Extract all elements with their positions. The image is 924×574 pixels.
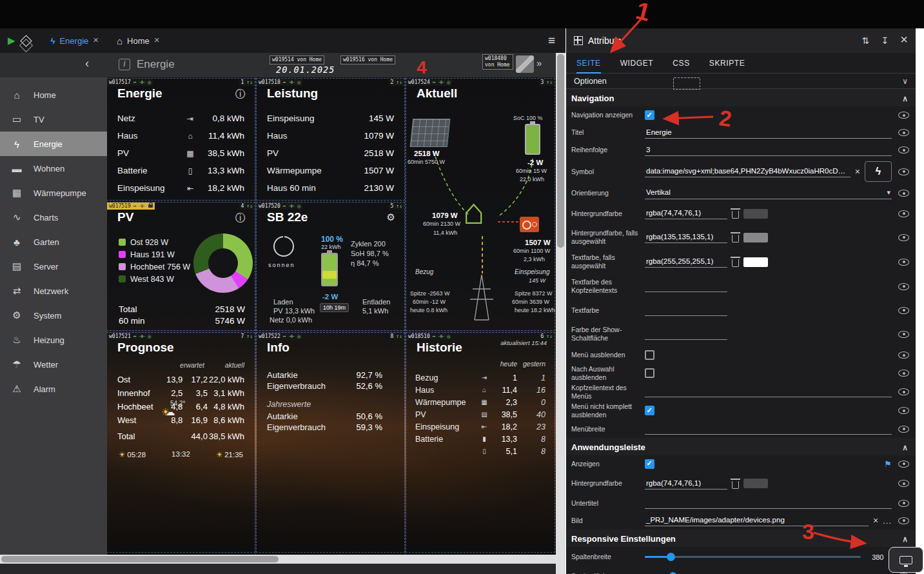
- close-tab-icon[interactable]: [154, 36, 160, 45]
- sidebar-item-waermepumpe[interactable]: Wärmepumpe: [0, 181, 107, 205]
- collapse-nav-icon[interactable]: [85, 57, 89, 70]
- color-input[interactable]: rgba(255,255,255,1): [645, 256, 727, 268]
- info-icon[interactable]: [235, 212, 246, 225]
- menubreite-input[interactable]: [645, 424, 892, 435]
- sidebar-item-charts[interactable]: Charts: [0, 205, 107, 230]
- sidebar-item-tv[interactable]: TV: [0, 107, 107, 132]
- visibility-icon[interactable]: [898, 407, 909, 414]
- scrollbar-thumb[interactable]: [1, 556, 279, 562]
- section-anwendungsleiste[interactable]: Anwendungsleiste: [566, 438, 916, 455]
- section-responsive[interactable]: Responsive Einstellungen: [566, 529, 916, 547]
- sidebar-item-wohnen[interactable]: Wohnen: [0, 156, 107, 181]
- widget-energie[interactable]: w017517 1 Energie Netz0,8 kWh Haus11,4 k…: [107, 79, 255, 200]
- color-input[interactable]: [645, 305, 727, 316]
- widget-order-chip[interactable]: 6: [539, 333, 555, 340]
- vertical-scrollbar[interactable]: [556, 53, 565, 574]
- visibility-icon[interactable]: [898, 112, 909, 119]
- visibility-icon[interactable]: [898, 307, 909, 314]
- visibility-icon[interactable]: [898, 480, 909, 487]
- widget-historie[interactable]: w018510 6 Historie aktualisiert 15:44 he…: [406, 333, 555, 552]
- visibility-icon[interactable]: [898, 168, 909, 175]
- visibility-icon[interactable]: [898, 370, 909, 377]
- widget-id-chip[interactable]: w017521: [107, 333, 153, 340]
- sidebar-item-heizung[interactable]: Heizung: [0, 328, 107, 352]
- anzeigen-checkbox[interactable]: [645, 459, 654, 469]
- close-icon[interactable]: [900, 35, 908, 46]
- tab-seite[interactable]: SEITE: [576, 53, 601, 74]
- expand-icon[interactable]: [536, 57, 542, 68]
- color-swatch[interactable]: [743, 257, 768, 267]
- scrollbar-thumb[interactable]: [557, 54, 564, 248]
- widget-id-chip[interactable]: w017517: [107, 79, 153, 86]
- visibility-icon[interactable]: [898, 517, 909, 524]
- sidebar-item-wetter[interactable]: Wetter: [0, 352, 107, 377]
- trash-icon[interactable]: [732, 211, 739, 219]
- visibility-icon[interactable]: [898, 388, 909, 395]
- dock-icon[interactable]: [881, 35, 889, 46]
- widget-order-chip[interactable]: 3: [539, 79, 555, 86]
- visibility-icon[interactable]: [898, 259, 909, 266]
- slider-thumb[interactable]: [667, 553, 675, 561]
- visibility-icon[interactable]: [898, 500, 909, 507]
- sidebar-item-server[interactable]: Server: [0, 254, 107, 279]
- info-icon[interactable]: [235, 88, 246, 101]
- visibility-icon[interactable]: [898, 283, 909, 290]
- tab-widget[interactable]: WIDGET: [620, 53, 654, 74]
- dashboard-canvas[interactable]: w017517 1 Energie Netz0,8 kWh Haus11,4 k…: [107, 77, 556, 555]
- orientierung-select[interactable]: Vertikal: [645, 187, 892, 199]
- preview-button[interactable]: [889, 547, 923, 573]
- gear-icon[interactable]: [387, 212, 395, 223]
- widget-id-chip[interactable]: w019516 von Home: [340, 55, 395, 64]
- section-navigation[interactable]: Navigation: [566, 89, 916, 106]
- visibility-icon[interactable]: [898, 426, 909, 433]
- widget-order-chip[interactable]: 7: [239, 333, 255, 340]
- widget-id-chip[interactable]: w017518: [257, 79, 302, 86]
- menu-nicht-komplett-checkbox[interactable]: [645, 406, 654, 415]
- widget-id-chip[interactable]: w017522: [257, 333, 302, 340]
- color-swatch[interactable]: [743, 209, 768, 219]
- info-icon[interactable]: i: [119, 59, 130, 70]
- widget-id-chip[interactable]: w018510: [406, 333, 452, 340]
- tab-css[interactable]: CSS: [673, 53, 689, 74]
- widget-id-chip[interactable]: w017520: [257, 203, 302, 210]
- widget-id-chip[interactable]: w017524: [406, 79, 452, 86]
- sidebar-item-home[interactable]: Home: [0, 83, 107, 107]
- tab-home[interactable]: Home: [108, 28, 169, 53]
- visibility-icon[interactable]: [898, 210, 909, 217]
- sidebar-item-system[interactable]: System: [0, 303, 107, 328]
- untertitel-input[interactable]: [645, 498, 892, 509]
- trash-icon[interactable]: [732, 235, 739, 242]
- widget-id-chip[interactable]: w018480 von Home: [482, 54, 513, 70]
- visibility-icon[interactable]: [898, 234, 909, 241]
- sidebar-item-energie[interactable]: Energie: [0, 132, 107, 156]
- color-input[interactable]: rgba(74,74,76,1): [645, 208, 727, 219]
- titel-input[interactable]: Energie: [645, 127, 892, 139]
- optionen-bar[interactable]: Optionen: [566, 74, 916, 89]
- color-swatch[interactable]: [743, 479, 768, 488]
- widget-aktuell[interactable]: w017524 3 Aktuell 2518 W 60min 5750 W So…: [406, 79, 555, 330]
- run-button[interactable]: [8, 35, 15, 46]
- layers-icon[interactable]: [20, 35, 32, 46]
- color-input[interactable]: rgba(135,135,135,1): [645, 232, 727, 243]
- color-swatch[interactable]: [743, 233, 768, 242]
- widget-pv[interactable]: w017519 4 PV Ost 928 W Haus 191 W Hochbe…: [107, 203, 255, 330]
- empty-color-swatch[interactable]: [673, 77, 700, 90]
- kopfzeilentext-input[interactable]: [645, 386, 892, 397]
- clear-icon[interactable]: [873, 515, 878, 526]
- slider-thumb[interactable]: [669, 572, 677, 574]
- visibility-icon[interactable]: [898, 460, 909, 468]
- tab-energie[interactable]: Energie: [42, 28, 108, 53]
- tab-skripte[interactable]: SKRIPTE: [709, 53, 745, 74]
- menu-ausblenden-checkbox[interactable]: [645, 350, 654, 360]
- navigation-anzeigen-checkbox[interactable]: [645, 110, 654, 120]
- close-tab-icon[interactable]: [93, 36, 99, 45]
- widget-order-chip[interactable]: 8: [389, 333, 404, 340]
- widget-leistung[interactable]: w017518 2 Leistung Einspeisung145 W Haus…: [257, 79, 404, 200]
- nach-auswahl-checkbox[interactable]: [645, 368, 654, 378]
- color-input[interactable]: rgba(74,74,76,1): [645, 478, 727, 490]
- widget-order-chip[interactable]: 1: [239, 79, 255, 86]
- clear-icon[interactable]: [855, 166, 860, 177]
- trash-icon[interactable]: [732, 259, 739, 267]
- browse-icon[interactable]: [883, 516, 892, 526]
- sidebar-item-netzwerk[interactable]: Netzwerk: [0, 279, 107, 303]
